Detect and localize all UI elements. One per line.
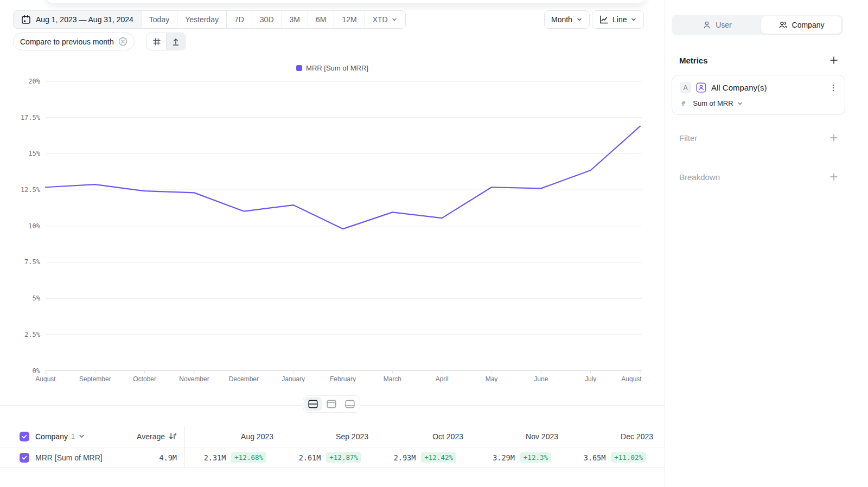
svg-text:November: November <box>179 375 209 383</box>
row-average-value: 4.9M <box>159 453 184 462</box>
svg-text:September: September <box>79 375 111 383</box>
column-header[interactable]: Nov 2023 <box>470 426 565 447</box>
mrr-line-chart[interactable]: 0%2.5%5%7.5%10%12.5%15%17.5%20%AugustSep… <box>0 73 665 382</box>
grid-icon <box>152 37 161 46</box>
preset-12m[interactable]: 12M <box>334 11 364 28</box>
remove-compare-icon[interactable] <box>118 37 127 46</box>
entity-tabs: User Company <box>672 15 843 35</box>
chevron-down-icon[interactable] <box>78 433 85 440</box>
panel-layout-toggles <box>303 395 360 413</box>
breakdown-title: Breakdown <box>679 172 720 182</box>
chart-type-dropdown[interactable]: Line <box>592 10 644 29</box>
analytics-main: Aug 1, 2023 — Aug 31, 2024 Today Yesterd… <box>0 0 665 487</box>
table-only-view-button[interactable] <box>341 397 359 411</box>
svg-text:0%: 0% <box>33 367 41 375</box>
user-icon <box>703 21 711 29</box>
plus-icon <box>829 172 839 182</box>
metrics-section-header: Metrics <box>679 55 839 65</box>
grid-toggle-button[interactable] <box>147 33 166 50</box>
average-sort-header[interactable]: Average <box>137 432 184 441</box>
preset-xtd-dropdown[interactable]: XTD <box>365 11 405 28</box>
check-icon <box>21 433 28 440</box>
metric-kebab-menu[interactable] <box>829 84 837 92</box>
metrics-title: Metrics <box>679 56 708 65</box>
metric-letter-badge: A <box>680 82 691 93</box>
aggregation-label: Sum of MRR <box>693 99 733 107</box>
preset-3m[interactable]: 3M <box>282 11 308 28</box>
numeric-property-icon: # <box>681 100 685 107</box>
breakdown-section-header: Breakdown <box>679 172 839 182</box>
svg-text:June: June <box>534 375 548 383</box>
delta-badge: +12.87% <box>326 452 361 463</box>
legend-swatch <box>296 65 302 71</box>
granularity-dropdown[interactable]: Month <box>544 10 590 29</box>
top-panel-icon <box>327 400 336 408</box>
add-filter-button[interactable] <box>829 133 839 143</box>
chart-legend: MRR [Sum of MRR] <box>0 64 665 72</box>
chevron-down-icon <box>630 16 637 23</box>
plus-icon <box>829 55 839 65</box>
svg-text:17.5%: 17.5% <box>21 114 41 121</box>
svg-text:5%: 5% <box>33 294 41 302</box>
svg-text:July: July <box>585 375 596 383</box>
preset-today[interactable]: Today <box>141 11 177 28</box>
svg-text:20%: 20% <box>28 78 40 85</box>
kebab-icon <box>829 84 837 92</box>
metric-card[interactable]: A All Company(s) # Sum of MRR <box>672 75 845 115</box>
delta-badge: +12.3% <box>520 452 551 463</box>
delta-badge: +11.02% <box>611 452 646 463</box>
svg-text:10%: 10% <box>28 222 40 230</box>
filter-title: Filter <box>679 133 697 143</box>
config-sidebar: User Company Metrics A <box>665 0 868 487</box>
sort-descending-icon <box>169 432 177 440</box>
filter-section-header: Filter <box>679 133 839 143</box>
preset-yesterday[interactable]: Yesterday <box>177 11 226 28</box>
svg-text:January: January <box>282 375 305 383</box>
split-view-icon <box>308 400 318 408</box>
svg-text:August: August <box>35 375 56 383</box>
table-cell: 3.65M +11.02% <box>565 447 660 467</box>
entity-header: Company <box>35 432 68 441</box>
calendar-icon <box>21 15 31 24</box>
svg-text:April: April <box>436 375 449 383</box>
table-cell: 2.61M +12.87% <box>280 447 375 467</box>
svg-text:December: December <box>229 375 259 383</box>
column-header[interactable]: Sep 2023 <box>280 426 375 447</box>
line-chart-icon <box>599 15 609 24</box>
date-range-segmented-control: Aug 1, 2023 — Aug 31, 2024 Today Yesterd… <box>13 10 406 29</box>
preset-6m[interactable]: 6M <box>308 11 334 28</box>
preset-30d[interactable]: 30D <box>252 11 282 28</box>
table-row[interactable]: MRR [Sum of MRR] 4.9M 2.31M +12.68% 2.61… <box>0 447 665 468</box>
tab-user[interactable]: User <box>673 16 761 34</box>
delta-badge: +12.42% <box>421 452 456 463</box>
chevron-down-icon <box>576 16 583 23</box>
arrow-up-from-line-icon <box>171 37 180 46</box>
split-view-button[interactable] <box>304 397 322 411</box>
compare-arrow-toggle-button[interactable] <box>166 33 185 50</box>
add-breakdown-button[interactable] <box>829 172 839 182</box>
column-header[interactable]: Aug 2023 <box>185 426 280 447</box>
svg-text:October: October <box>133 375 156 383</box>
tab-company[interactable]: Company <box>761 16 841 34</box>
aggregation-selector[interactable]: # Sum of MRR <box>681 99 743 107</box>
preset-7d[interactable]: 7D <box>226 11 252 28</box>
select-all-checkbox[interactable] <box>20 432 29 441</box>
company-metric-icon <box>696 82 706 93</box>
column-header[interactable]: Dec 2023 <box>565 426 660 447</box>
chevron-down-icon <box>391 16 398 23</box>
chart-only-view-button[interactable] <box>323 397 340 411</box>
company-users-icon <box>778 21 788 29</box>
svg-text:February: February <box>330 375 356 383</box>
svg-text:7.5%: 7.5% <box>24 258 41 266</box>
table-cell: 2.31M +12.68% <box>185 447 280 467</box>
row-checkbox[interactable] <box>20 453 29 463</box>
card-above-edge <box>46 0 646 3</box>
column-header[interactable]: Oct 2023 <box>375 426 470 447</box>
svg-text:2.5%: 2.5% <box>24 331 41 338</box>
date-range-picker[interactable]: Aug 1, 2023 — Aug 31, 2024 <box>14 11 141 28</box>
add-metric-button[interactable] <box>829 55 839 65</box>
svg-text:August: August <box>621 375 642 383</box>
compare-chip[interactable]: Compare to previous month <box>13 33 135 50</box>
table-cell: 2.93M +12.42% <box>375 447 470 467</box>
entity-count: 1 <box>71 432 75 440</box>
